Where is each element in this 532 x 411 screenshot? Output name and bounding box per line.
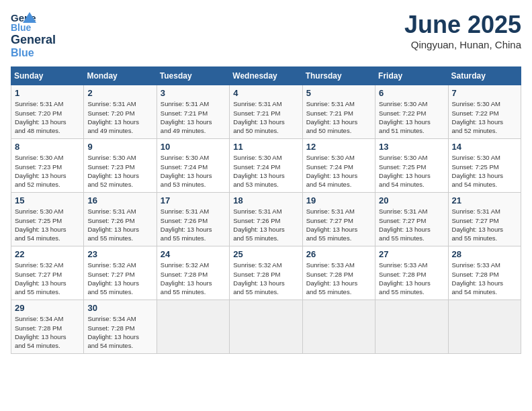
calendar-day-cell xyxy=(302,300,375,354)
svg-text:Blue: Blue xyxy=(11,22,32,32)
calendar-day-cell: 21Sunrise: 5:31 AM Sunset: 7:27 PM Dayli… xyxy=(448,193,521,246)
day-number: 15 xyxy=(15,195,80,205)
day-number: 27 xyxy=(379,249,444,259)
day-info: Sunrise: 5:34 AM Sunset: 7:28 PM Dayligh… xyxy=(87,314,152,350)
day-info: Sunrise: 5:30 AM Sunset: 7:25 PM Dayligh… xyxy=(15,207,80,242)
calendar-day-cell: 13Sunrise: 5:30 AM Sunset: 7:25 PM Dayli… xyxy=(375,139,448,193)
calendar-day-cell xyxy=(448,300,521,354)
day-number: 30 xyxy=(87,303,152,313)
day-number: 2 xyxy=(87,88,152,98)
day-info: Sunrise: 5:30 AM Sunset: 7:24 PM Dayligh… xyxy=(233,153,298,189)
calendar-day-cell: 6Sunrise: 5:30 AM Sunset: 7:22 PM Daylig… xyxy=(375,85,448,139)
calendar-day-cell: 22Sunrise: 5:32 AM Sunset: 7:27 PM Dayli… xyxy=(11,246,84,300)
calendar-day-cell: 11Sunrise: 5:30 AM Sunset: 7:24 PM Dayli… xyxy=(230,139,302,193)
calendar-day-cell: 29Sunrise: 5:34 AM Sunset: 7:28 PM Dayli… xyxy=(11,300,84,354)
calendar-day-cell: 19Sunrise: 5:31 AM Sunset: 7:27 PM Dayli… xyxy=(302,193,375,246)
calendar-week-5: 29Sunrise: 5:34 AM Sunset: 7:28 PM Dayli… xyxy=(11,300,521,354)
calendar-day-cell: 16Sunrise: 5:31 AM Sunset: 7:26 PM Dayli… xyxy=(84,193,157,246)
calendar-day-cell: 30Sunrise: 5:34 AM Sunset: 7:28 PM Dayli… xyxy=(84,300,157,354)
day-number: 28 xyxy=(452,249,517,259)
column-header-saturday: Saturday xyxy=(448,67,521,85)
day-info: Sunrise: 5:34 AM Sunset: 7:28 PM Dayligh… xyxy=(15,314,80,350)
column-header-friday: Friday xyxy=(375,67,448,85)
day-number: 29 xyxy=(15,303,80,313)
calendar-day-cell: 8Sunrise: 5:30 AM Sunset: 7:23 PM Daylig… xyxy=(11,139,84,193)
logo-line1: General xyxy=(11,34,56,47)
day-info: Sunrise: 5:31 AM Sunset: 7:20 PM Dayligh… xyxy=(87,99,152,135)
column-header-monday: Monday xyxy=(84,67,157,85)
calendar-week-2: 8Sunrise: 5:30 AM Sunset: 7:23 PM Daylig… xyxy=(11,139,521,193)
day-info: Sunrise: 5:32 AM Sunset: 7:27 PM Dayligh… xyxy=(15,261,80,296)
day-number: 14 xyxy=(452,142,517,152)
calendar-day-cell: 17Sunrise: 5:31 AM Sunset: 7:26 PM Dayli… xyxy=(157,193,229,246)
calendar-day-cell: 26Sunrise: 5:33 AM Sunset: 7:28 PM Dayli… xyxy=(302,246,375,300)
calendar-day-cell: 2Sunrise: 5:31 AM Sunset: 7:20 PM Daylig… xyxy=(84,85,157,139)
day-info: Sunrise: 5:30 AM Sunset: 7:24 PM Dayligh… xyxy=(306,153,371,189)
day-info: Sunrise: 5:31 AM Sunset: 7:27 PM Dayligh… xyxy=(306,207,371,242)
calendar-day-cell xyxy=(230,300,302,354)
logo-icon: General Blue xyxy=(11,11,36,32)
calendar-day-cell: 24Sunrise: 5:32 AM Sunset: 7:28 PM Dayli… xyxy=(157,246,229,300)
calendar-day-cell: 4Sunrise: 5:31 AM Sunset: 7:21 PM Daylig… xyxy=(230,85,302,139)
calendar-week-3: 15Sunrise: 5:30 AM Sunset: 7:25 PM Dayli… xyxy=(11,193,521,246)
day-number: 12 xyxy=(306,142,371,152)
day-number: 19 xyxy=(306,195,371,205)
day-number: 18 xyxy=(233,195,298,205)
day-number: 17 xyxy=(161,195,226,205)
calendar-day-cell: 25Sunrise: 5:32 AM Sunset: 7:28 PM Dayli… xyxy=(230,246,302,300)
day-number: 1 xyxy=(15,88,80,98)
day-number: 23 xyxy=(87,249,152,259)
day-number: 10 xyxy=(161,142,226,152)
calendar-day-cell: 12Sunrise: 5:30 AM Sunset: 7:24 PM Dayli… xyxy=(302,139,375,193)
day-number: 4 xyxy=(233,88,298,98)
day-info: Sunrise: 5:30 AM Sunset: 7:25 PM Dayligh… xyxy=(379,153,444,189)
day-info: Sunrise: 5:30 AM Sunset: 7:25 PM Dayligh… xyxy=(452,153,517,189)
day-number: 16 xyxy=(87,195,152,205)
day-number: 8 xyxy=(15,142,80,152)
page-header: General Blue General Blue June 2025 Qing… xyxy=(11,11,521,58)
calendar-week-4: 22Sunrise: 5:32 AM Sunset: 7:27 PM Dayli… xyxy=(11,246,521,300)
day-number: 5 xyxy=(306,88,371,98)
day-number: 3 xyxy=(161,88,226,98)
calendar-day-cell: 23Sunrise: 5:32 AM Sunset: 7:27 PM Dayli… xyxy=(84,246,157,300)
day-number: 21 xyxy=(452,195,517,205)
calendar-day-cell: 3Sunrise: 5:31 AM Sunset: 7:21 PM Daylig… xyxy=(157,85,229,139)
calendar-day-cell: 27Sunrise: 5:33 AM Sunset: 7:28 PM Dayli… xyxy=(375,246,448,300)
calendar-day-cell: 5Sunrise: 5:31 AM Sunset: 7:21 PM Daylig… xyxy=(302,85,375,139)
day-number: 26 xyxy=(306,249,371,259)
day-info: Sunrise: 5:30 AM Sunset: 7:24 PM Dayligh… xyxy=(161,153,226,189)
month-title: June 2025 xyxy=(404,11,521,39)
calendar-day-cell: 18Sunrise: 5:31 AM Sunset: 7:26 PM Dayli… xyxy=(230,193,302,246)
calendar-header-row: SundayMondayTuesdayWednesdayThursdayFrid… xyxy=(11,67,521,85)
calendar-day-cell: 14Sunrise: 5:30 AM Sunset: 7:25 PM Dayli… xyxy=(448,139,521,193)
day-info: Sunrise: 5:31 AM Sunset: 7:26 PM Dayligh… xyxy=(161,207,226,242)
location: Qingyuan, Hunan, China xyxy=(404,39,521,50)
day-number: 7 xyxy=(452,88,517,98)
column-header-thursday: Thursday xyxy=(302,67,375,85)
day-info: Sunrise: 5:33 AM Sunset: 7:28 PM Dayligh… xyxy=(306,261,371,296)
day-info: Sunrise: 5:31 AM Sunset: 7:21 PM Dayligh… xyxy=(161,99,226,135)
calendar-week-1: 1Sunrise: 5:31 AM Sunset: 7:20 PM Daylig… xyxy=(11,85,521,139)
calendar-day-cell: 1Sunrise: 5:31 AM Sunset: 7:20 PM Daylig… xyxy=(11,85,84,139)
calendar-day-cell xyxy=(157,300,229,354)
column-header-tuesday: Tuesday xyxy=(157,67,229,85)
day-info: Sunrise: 5:31 AM Sunset: 7:27 PM Dayligh… xyxy=(379,207,444,242)
day-number: 6 xyxy=(379,88,444,98)
calendar-day-cell: 10Sunrise: 5:30 AM Sunset: 7:24 PM Dayli… xyxy=(157,139,229,193)
column-header-wednesday: Wednesday xyxy=(230,67,302,85)
calendar-table: SundayMondayTuesdayWednesdayThursdayFrid… xyxy=(11,66,521,354)
day-info: Sunrise: 5:31 AM Sunset: 7:27 PM Dayligh… xyxy=(452,207,517,242)
day-number: 24 xyxy=(161,249,226,259)
day-info: Sunrise: 5:31 AM Sunset: 7:26 PM Dayligh… xyxy=(233,207,298,242)
title-section: June 2025 Qingyuan, Hunan, China xyxy=(404,11,521,50)
day-info: Sunrise: 5:30 AM Sunset: 7:23 PM Dayligh… xyxy=(87,153,152,189)
day-info: Sunrise: 5:30 AM Sunset: 7:22 PM Dayligh… xyxy=(379,99,444,135)
day-info: Sunrise: 5:33 AM Sunset: 7:28 PM Dayligh… xyxy=(452,261,517,296)
day-info: Sunrise: 5:32 AM Sunset: 7:28 PM Dayligh… xyxy=(233,261,298,296)
day-info: Sunrise: 5:31 AM Sunset: 7:26 PM Dayligh… xyxy=(87,207,152,242)
logo-line2: Blue xyxy=(11,47,56,59)
logo: General Blue General Blue xyxy=(11,11,56,58)
day-number: 9 xyxy=(87,142,152,152)
day-info: Sunrise: 5:31 AM Sunset: 7:20 PM Dayligh… xyxy=(15,99,80,135)
day-number: 11 xyxy=(233,142,298,152)
